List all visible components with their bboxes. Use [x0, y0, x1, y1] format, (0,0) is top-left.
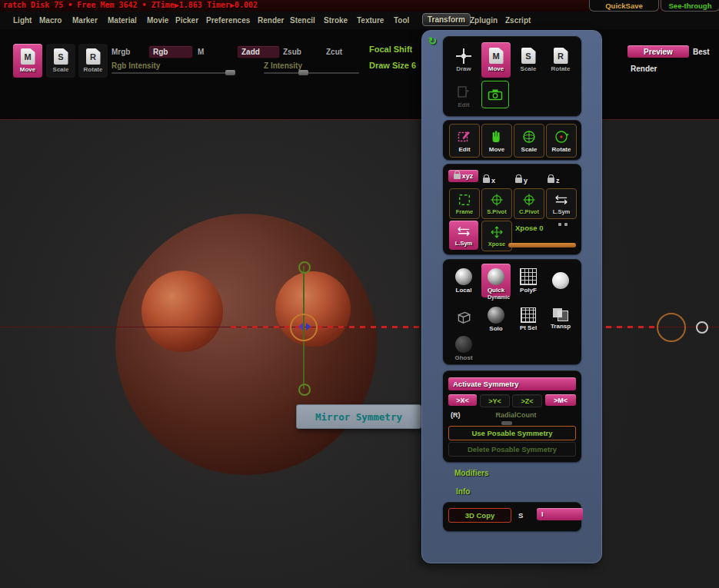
- symmetry-m-button[interactable]: >M<: [545, 394, 576, 406]
- scale-mode-button[interactable]: S Scale: [46, 44, 75, 78]
- transpose-rotate-button[interactable]: Rotate: [546, 124, 577, 158]
- document-canvas[interactable]: Mirror Symmetry: [0, 119, 719, 588]
- scale-button[interactable]: S Scale: [514, 42, 543, 78]
- m-button[interactable]: M: [198, 48, 204, 56]
- preview-button[interactable]: Preview: [627, 45, 689, 58]
- memory-status-text: ratch Disk 75 • Free Mem 3642 • ZTime▶1.…: [3, 1, 258, 9]
- point-select-grid-icon: [521, 307, 536, 323]
- transparency-button[interactable]: Transp: [546, 302, 575, 336]
- s-toggle-button[interactable]: S: [518, 511, 523, 520]
- use-posable-symmetry-button[interactable]: Use Posable Symmetry: [448, 426, 576, 440]
- zcut-button[interactable]: Zcut: [326, 48, 342, 56]
- menu-marker[interactable]: Marker: [72, 16, 98, 25]
- menu-light[interactable]: Light: [13, 16, 32, 25]
- polyframe-button[interactable]: PolyF: [514, 264, 543, 297]
- render-label[interactable]: Render: [631, 65, 657, 73]
- lock-x-button[interactable]: x: [483, 172, 495, 186]
- quick-button[interactable]: Quick: [481, 264, 511, 297]
- symmetry-panel: Activate Symmetry >X< >Y< >Z< >M< (R) Ra…: [443, 370, 581, 462]
- lsym-arrows-icon: [554, 193, 568, 207]
- activate-symmetry-button[interactable]: Activate Symmetry: [448, 377, 576, 390]
- see-through-button[interactable]: See-through: [661, 0, 719, 12]
- point-select-button[interactable]: Pt Sel: [514, 302, 543, 336]
- menu-zplugin[interactable]: Zplugin: [470, 16, 498, 25]
- lock-icon: [548, 178, 554, 183]
- z-intensity-handle[interactable]: [298, 70, 308, 75]
- symmetry-x-button[interactable]: >X<: [448, 394, 477, 406]
- transpose-center-ring[interactable]: [290, 314, 318, 341]
- snapshot-camera-button[interactable]: [481, 81, 509, 108]
- menu-stroke[interactable]: Stroke: [324, 16, 348, 25]
- mrgb-button[interactable]: Mrgb: [112, 48, 130, 56]
- transpose-edit-button[interactable]: Edit: [449, 124, 480, 158]
- z-intensity-slider[interactable]: [264, 72, 359, 74]
- mirror-symmetry-tooltip: Mirror Symmetry: [296, 404, 421, 429]
- 3d-copy-button[interactable]: 3D Copy: [448, 508, 511, 523]
- solo-sphere-icon: [488, 307, 504, 324]
- draw-size-label[interactable]: Draw Size 6: [369, 61, 416, 70]
- edit-button-disabled[interactable]: Edit: [449, 79, 478, 113]
- rgb-button[interactable]: Rgb: [148, 45, 193, 58]
- move-button[interactable]: M Move: [481, 42, 511, 78]
- delete-posable-symmetry-button[interactable]: Delete Posable Symmetry: [448, 442, 576, 457]
- symmetry-y-button[interactable]: >Y<: [480, 394, 510, 407]
- quicksave-button[interactable]: QuickSave: [589, 0, 659, 12]
- focal-shift-label[interactable]: Focal Shift: [369, 45, 412, 54]
- rgb-intensity-handle[interactable]: [225, 70, 235, 75]
- menu-material[interactable]: Material: [108, 16, 137, 25]
- lock-z-button[interactable]: z: [548, 172, 560, 186]
- lock-y-button[interactable]: y: [515, 172, 528, 186]
- menu-transform[interactable]: Transform: [422, 13, 471, 26]
- xpose-slider[interactable]: [508, 243, 576, 247]
- menu-macro[interactable]: Macro: [39, 16, 62, 25]
- clear-pivot-button[interactable]: C.Pivot: [514, 188, 544, 219]
- menu-picker[interactable]: Picker: [175, 16, 198, 25]
- zadd-button[interactable]: Zadd: [237, 45, 280, 58]
- frame-button[interactable]: Frame: [449, 188, 480, 219]
- intensity-slider[interactable]: I: [537, 508, 583, 520]
- draw-crosshair-icon: [456, 48, 471, 64]
- main-sphere[interactable]: [115, 214, 377, 475]
- radialcount-label[interactable]: RadialCount: [474, 411, 558, 419]
- preview-sphere-button[interactable]: [546, 264, 575, 297]
- local-symmetry-button[interactable]: L.Sym: [546, 188, 577, 219]
- xpose-button[interactable]: Xpose: [481, 221, 512, 251]
- local-symmetry-active-button[interactable]: L.Sym: [449, 221, 478, 250]
- transpose-move-button[interactable]: Move: [481, 124, 512, 158]
- menu-render[interactable]: Render: [258, 16, 284, 25]
- move-mode-button[interactable]: M Move: [13, 44, 42, 78]
- transpose-end-ring[interactable]: [298, 384, 311, 396]
- solo-button[interactable]: Solo: [481, 302, 511, 336]
- ghost-button[interactable]: Ghost: [449, 333, 478, 364]
- transpose-start-ring[interactable]: [298, 261, 311, 274]
- menu-tool[interactable]: Tool: [394, 16, 409, 25]
- eye-sphere-left[interactable]: [141, 271, 223, 352]
- menu-zscript[interactable]: Zscript: [505, 16, 531, 25]
- transpose-scale-button[interactable]: Scale: [514, 124, 544, 158]
- set-pivot-button[interactable]: S.Pivot: [481, 188, 512, 219]
- wireframe-cube-button[interactable]: [449, 302, 478, 333]
- recycle-icon[interactable]: ↻: [428, 35, 437, 47]
- draw-button[interactable]: Draw: [449, 42, 478, 78]
- rotate-mode-button[interactable]: R Rotate: [78, 44, 108, 78]
- scale-sphere-icon: [521, 129, 537, 145]
- modifiers-section-label[interactable]: Modifiers: [454, 469, 488, 477]
- local-button[interactable]: Local: [449, 264, 478, 297]
- symmetry-z-button[interactable]: >Z<: [512, 394, 542, 407]
- info-section-label[interactable]: Info: [456, 487, 470, 496]
- lock-xyz-button[interactable]: xyz: [448, 170, 478, 182]
- radialcount-slider-handle[interactable]: [501, 421, 512, 425]
- hand-icon: [489, 129, 504, 145]
- zsub-button[interactable]: Zsub: [283, 48, 301, 56]
- quick-sphere-icon: [488, 268, 504, 285]
- menu-movie[interactable]: Movie: [147, 16, 168, 25]
- menu-stencil[interactable]: Stencil: [290, 16, 315, 25]
- transpose-panel: Edit Move Scale: [443, 120, 581, 160]
- rotate-button[interactable]: R Rotate: [546, 42, 575, 78]
- radial-toggle-button[interactable]: (R): [451, 411, 461, 419]
- menu-texture[interactable]: Texture: [357, 16, 384, 25]
- best-button[interactable]: Best: [693, 48, 710, 56]
- rgb-intensity-slider[interactable]: [112, 72, 235, 74]
- gyro-ring-right[interactable]: [657, 313, 686, 342]
- menu-preferences[interactable]: Preferences: [206, 16, 250, 25]
